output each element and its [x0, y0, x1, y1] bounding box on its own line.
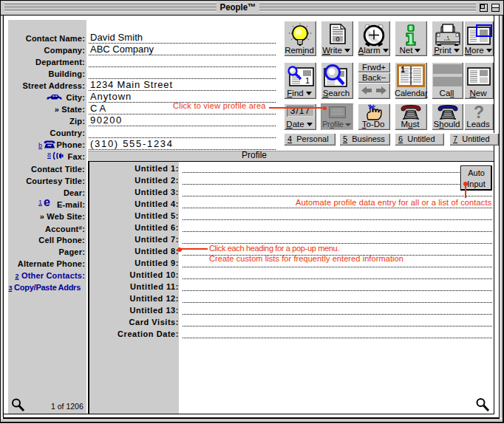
svg-text:1: 1	[401, 66, 405, 74]
svg-text:1: 1	[305, 76, 310, 85]
svg-text:0: 0	[336, 35, 339, 43]
